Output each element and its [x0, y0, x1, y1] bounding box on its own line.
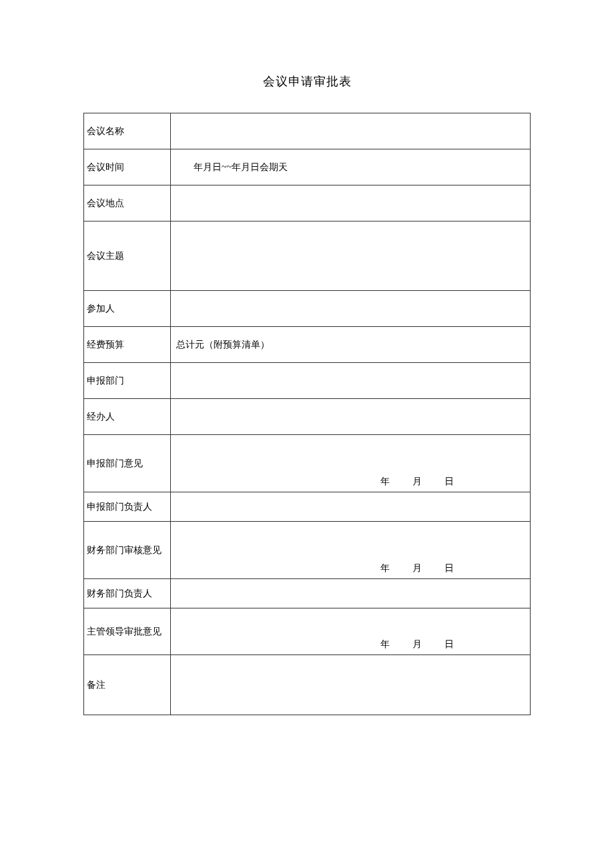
value-attendees — [171, 291, 531, 327]
value-finance-opinion: 年 月 日 — [171, 522, 531, 579]
label-meeting-time: 会议时间 — [84, 149, 171, 185]
value-meeting-topic — [171, 222, 531, 291]
value-meeting-location — [171, 185, 531, 222]
value-finance-leader — [171, 579, 531, 608]
value-handler — [171, 399, 531, 435]
label-attendees: 参加人 — [84, 291, 171, 327]
label-report-dept-opinion: 申报部门意见 — [84, 435, 171, 492]
value-report-dept — [171, 363, 531, 399]
value-meeting-name — [171, 113, 531, 149]
table-row: 申报部门 — [84, 363, 531, 399]
value-report-dept-opinion: 年 月 日 — [171, 435, 531, 492]
value-supervisor-opinion: 年 月 日 — [171, 608, 531, 655]
table-row: 财务部门审核意见 年 月 日 — [84, 522, 531, 579]
table-row: 经办人 — [84, 399, 531, 435]
table-row: 会议时间 年月日~~年月日会期天 — [84, 149, 531, 185]
budget-text: 总计元（附预算清单） — [174, 340, 270, 350]
table-row: 经费预算 总计元（附预算清单） — [84, 327, 531, 363]
label-report-dept: 申报部门 — [84, 363, 171, 399]
table-row: 申报部门负责人 — [84, 492, 531, 522]
label-supervisor-opinion: 主管领导审批意见 — [84, 608, 171, 655]
approval-table: 会议名称 会议时间 年月日~~年月日会期天 会议地点 会议主题 参加人 经费预算… — [83, 113, 531, 715]
date-field: 年 月 日 — [171, 638, 530, 650]
value-remarks — [171, 655, 531, 715]
table-row: 参加人 — [84, 291, 531, 327]
value-budget: 总计元（附预算清单） — [171, 327, 531, 363]
table-row: 会议名称 — [84, 113, 531, 149]
label-meeting-topic: 会议主题 — [84, 222, 171, 291]
label-finance-leader: 财务部门负责人 — [84, 579, 171, 608]
table-row: 会议地点 — [84, 185, 531, 222]
label-meeting-location: 会议地点 — [84, 185, 171, 222]
value-meeting-time: 年月日~~年月日会期天 — [171, 149, 531, 185]
date-field: 年 月 日 — [171, 476, 530, 488]
label-finance-opinion: 财务部门审核意见 — [84, 522, 171, 579]
table-row: 主管领导审批意见 年 月 日 — [84, 608, 531, 655]
table-row: 申报部门意见 年 月 日 — [84, 435, 531, 492]
document-title: 会议申请审批表 — [0, 73, 614, 89]
table-row: 财务部门负责人 — [84, 579, 531, 608]
label-meeting-name: 会议名称 — [84, 113, 171, 149]
label-report-dept-leader: 申报部门负责人 — [84, 492, 171, 522]
label-handler: 经办人 — [84, 399, 171, 435]
label-remarks: 备注 — [84, 655, 171, 715]
table-row: 备注 — [84, 655, 531, 715]
time-text: 年月日~~年月日会期天 — [174, 162, 288, 172]
table-row: 会议主题 — [84, 222, 531, 291]
date-field: 年 月 日 — [171, 562, 530, 574]
value-report-dept-leader — [171, 492, 531, 522]
label-budget: 经费预算 — [84, 327, 171, 363]
